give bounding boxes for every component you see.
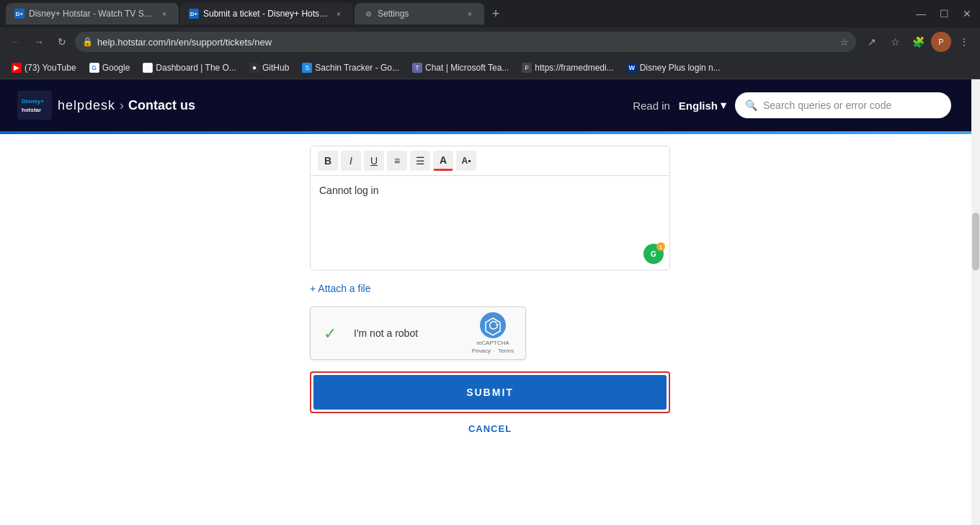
submit-button-wrapper: SUBMIT <box>310 371 670 413</box>
framed-label: https://framedmedi... <box>535 63 613 73</box>
grammarly-letter: G <box>651 250 656 258</box>
bookmark-teams[interactable]: T Chat | Microsoft Tea... <box>406 59 514 76</box>
dashboard-favicon: D <box>143 63 153 73</box>
tab-1[interactable]: D+ Disney+ Hotstar - Watch TV Sho... × <box>6 3 179 25</box>
breadcrumb-separator: › <box>120 98 124 113</box>
svg-text:Disney+: Disney+ <box>22 98 44 105</box>
lock-icon: 🔒 <box>82 37 93 47</box>
tab-1-label: Disney+ Hotstar - Watch TV Sho... <box>29 9 154 19</box>
tab-1-close[interactable]: × <box>159 8 170 19</box>
scrollbar-thumb[interactable] <box>972 213 979 270</box>
teams-label: Chat | Microsoft Tea... <box>425 63 509 73</box>
new-tab-button[interactable]: + <box>486 4 506 24</box>
unordered-list-button[interactable]: ≡ <box>387 151 407 171</box>
submit-btn-outline: SUBMIT <box>310 371 670 413</box>
bg-color-button[interactable]: A▪ <box>456 151 476 171</box>
recaptcha-label: I'm not a robot <box>354 327 460 339</box>
bookmark-github[interactable]: ● GitHub <box>244 59 295 76</box>
form-container: B I U ≡ ☰ A A▪ Cannot log in G 1 <box>310 146 670 434</box>
dashboard-label: Dashboard | The O... <box>156 63 236 73</box>
tab-2[interactable]: D+ Submit a ticket - Disney+ Hotsta... × <box>180 3 353 25</box>
header-center: Read in English ▾ 🔍 Search queries or er… <box>633 92 951 118</box>
window-controls: — ☐ ✕ <box>914 6 974 21</box>
forward-button[interactable]: → <box>29 32 49 52</box>
reload-button[interactable]: ↻ <box>52 32 72 52</box>
browser-chrome: D+ Disney+ Hotstar - Watch TV Sho... × D… <box>0 0 980 79</box>
grammarly-badge: G 1 <box>643 244 664 264</box>
bookmark-dashboard[interactable]: D Dashboard | The O... <box>137 59 242 76</box>
bookmark-disney-word[interactable]: W Disney Plus login n... <box>621 59 726 76</box>
grammarly-count: 1 <box>656 242 665 251</box>
back-button[interactable]: ← <box>6 32 26 52</box>
logo-svg: Disney+ hotstar <box>20 93 49 118</box>
bookmark-framed[interactable]: F https://framedmedi... <box>516 59 619 76</box>
bold-button[interactable]: B <box>318 151 338 171</box>
tab-3-close[interactable]: × <box>464 8 476 19</box>
underline-button[interactable]: U <box>364 151 384 171</box>
recaptcha-widget[interactable]: ✓ I'm not a robot reCAPTCHA Privacy · Te… <box>310 306 526 360</box>
tab-bar: D+ Disney+ Hotstar - Watch TV Sho... × D… <box>0 0 980 27</box>
recaptcha-brand-text: reCAPTCHA <box>476 340 509 346</box>
font-color-button[interactable]: A <box>433 151 453 171</box>
google-label: Google <box>102 63 130 73</box>
attach-file-link[interactable]: + Attach a file <box>310 283 370 294</box>
google-favicon: G <box>89 63 99 73</box>
disney-word-label: Disney Plus login n... <box>640 63 721 73</box>
ordered-list-button[interactable]: ☰ <box>410 151 430 171</box>
teams-favicon: T <box>412 63 422 73</box>
bookmark-star-icon[interactable]: ☆ <box>840 37 849 48</box>
tab-3[interactable]: ⚙ Settings × <box>355 3 484 25</box>
tab-2-label: Submit a ticket - Disney+ Hotsta... <box>203 9 329 19</box>
submit-button[interactable]: SUBMIT <box>313 375 667 410</box>
url-icons: ☆ <box>840 37 849 48</box>
svg-text:hotstar: hotstar <box>22 107 41 113</box>
url-bar[interactable]: 🔒 help.hotstar.com/in/en/support/tickets… <box>75 32 856 52</box>
share-icon[interactable]: ↗ <box>862 32 882 52</box>
recaptcha-privacy-link[interactable]: Privacy <box>472 348 491 354</box>
sachin-favicon: S <box>302 63 312 73</box>
site-header: Disney+ hotstar helpdesk › Contact us Re… <box>0 79 980 131</box>
cancel-link[interactable]: CANCEL <box>310 423 670 434</box>
maximize-button[interactable]: ☐ <box>937 6 951 21</box>
disney-word-favicon: W <box>627 63 637 73</box>
tab-2-favicon: D+ <box>189 9 199 19</box>
github-label: GitHub <box>262 63 289 73</box>
search-placeholder: Search queries or error code <box>763 100 891 111</box>
framed-favicon: F <box>522 63 532 73</box>
extensions-icon[interactable]: 🧩 <box>908 32 928 52</box>
scrollbar[interactable] <box>971 79 980 525</box>
address-bar: ← → ↻ 🔒 help.hotstar.com/in/en/support/t… <box>0 27 980 56</box>
italic-button[interactable]: I <box>341 151 361 171</box>
editor-body[interactable]: Cannot log in G 1 <box>311 176 669 270</box>
recaptcha-terms-link[interactable]: Terms <box>498 348 514 354</box>
bookmark-youtube[interactable]: ▶ (73) YouTube <box>6 59 82 76</box>
recaptcha-logo-area: reCAPTCHA Privacy · Terms <box>472 312 514 354</box>
recaptcha-links: Privacy · Terms <box>472 348 514 354</box>
breadcrumb-current: Contact us <box>128 98 195 113</box>
bookmark-sachin[interactable]: S Sachin Tracker - Go... <box>296 59 405 76</box>
close-window-button[interactable]: ✕ <box>960 6 974 21</box>
sachin-label: Sachin Tracker - Go... <box>315 63 399 73</box>
language-selector[interactable]: English ▾ <box>679 99 726 112</box>
youtube-favicon: ▶ <box>12 63 22 73</box>
github-favicon: ● <box>249 63 259 73</box>
profile-icon[interactable]: P <box>931 32 951 52</box>
url-text: help.hotstar.com/in/en/support/tickets/n… <box>97 37 836 48</box>
more-menu-icon[interactable]: ⋮ <box>954 32 974 52</box>
tab-3-label: Settings <box>378 9 460 19</box>
youtube-label: (73) YouTube <box>24 63 76 73</box>
bookmark-google[interactable]: G Google <box>84 59 136 76</box>
browser-toolbar: ↗ ☆ 🧩 P ⋮ <box>862 32 974 52</box>
search-bar[interactable]: 🔍 Search queries or error code <box>735 92 951 118</box>
minimize-button[interactable]: — <box>914 6 928 21</box>
tab-2-close[interactable]: × <box>333 8 344 19</box>
tab-1-favicon: D+ <box>14 9 24 19</box>
svg-point-2 <box>480 312 506 338</box>
editor-content: Cannot log in <box>319 185 661 196</box>
tab-3-favicon: ⚙ <box>363 9 373 19</box>
page-content: Disney+ hotstar helpdesk › Contact us Re… <box>0 79 980 525</box>
recaptcha-checkbox[interactable]: ✓ <box>322 323 342 343</box>
star-icon[interactable]: ☆ <box>885 32 905 52</box>
editor-toolbar: B I U ≡ ☰ A A▪ <box>311 146 669 176</box>
helpdesk-label: helpdesk <box>58 98 115 113</box>
